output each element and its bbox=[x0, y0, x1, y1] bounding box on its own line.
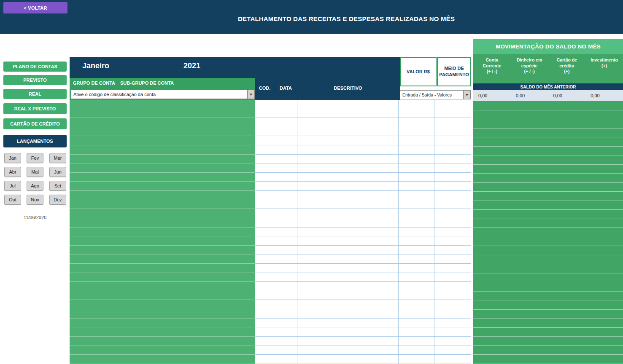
entry-cell[interactable] bbox=[274, 127, 297, 136]
entry-cell[interactable] bbox=[399, 200, 434, 209]
entry-cell[interactable] bbox=[434, 163, 470, 172]
entry-cell[interactable] bbox=[274, 264, 297, 273]
entry-cell[interactable] bbox=[297, 163, 399, 172]
entry-cell[interactable] bbox=[297, 318, 399, 327]
group-row[interactable] bbox=[70, 273, 255, 282]
entry-cell[interactable] bbox=[399, 163, 434, 172]
entry-cell[interactable] bbox=[274, 182, 297, 190]
month-button-fev[interactable]: Fev bbox=[27, 153, 43, 163]
entry-cell[interactable] bbox=[434, 218, 470, 227]
entry-cell[interactable] bbox=[434, 355, 470, 364]
entry-cell[interactable] bbox=[255, 337, 274, 345]
group-row[interactable] bbox=[70, 282, 255, 291]
entry-cell[interactable] bbox=[274, 118, 297, 127]
entry-cell[interactable] bbox=[274, 209, 297, 218]
entry-cell[interactable] bbox=[434, 337, 470, 345]
entry-cell[interactable] bbox=[255, 309, 274, 318]
group-row[interactable] bbox=[70, 318, 255, 328]
entry-cell[interactable] bbox=[399, 236, 434, 245]
entry-cell[interactable] bbox=[399, 273, 434, 282]
group-row[interactable] bbox=[70, 191, 255, 200]
entry-cell[interactable] bbox=[434, 228, 470, 236]
entry-cell[interactable] bbox=[399, 264, 434, 273]
entry-cell[interactable] bbox=[274, 327, 297, 336]
entry-cell[interactable] bbox=[434, 118, 470, 127]
group-row[interactable] bbox=[70, 109, 255, 118]
entry-cell[interactable] bbox=[274, 282, 297, 291]
entry-cell[interactable] bbox=[274, 309, 297, 318]
entry-cell[interactable] bbox=[274, 136, 297, 145]
entry-cell[interactable] bbox=[297, 136, 399, 145]
entry-cell[interactable] bbox=[274, 318, 297, 327]
entry-cell[interactable] bbox=[297, 337, 399, 345]
group-row[interactable] bbox=[70, 300, 255, 309]
entry-cell[interactable] bbox=[399, 291, 434, 300]
group-row[interactable] bbox=[70, 100, 255, 109]
entry-cell[interactable] bbox=[274, 200, 297, 209]
entry-cell[interactable] bbox=[434, 254, 470, 263]
entry-cell[interactable] bbox=[255, 182, 274, 190]
entry-cell[interactable] bbox=[434, 300, 470, 309]
entry-cell[interactable] bbox=[255, 318, 274, 327]
month-button-jan[interactable]: Jan bbox=[4, 153, 21, 163]
entry-cell[interactable] bbox=[297, 182, 399, 190]
entry-cell[interactable] bbox=[434, 246, 470, 254]
entry-cell[interactable] bbox=[255, 282, 274, 291]
entry-cell[interactable] bbox=[399, 309, 434, 318]
sidebar-button-lancamentos[interactable]: LANÇAMENTOS bbox=[3, 135, 67, 147]
entry-cell[interactable] bbox=[255, 236, 274, 245]
entry-cell[interactable] bbox=[255, 173, 274, 182]
group-row[interactable] bbox=[70, 136, 255, 145]
entry-cell[interactable] bbox=[255, 209, 274, 218]
entry-cell[interactable] bbox=[434, 191, 470, 200]
entry-cell[interactable] bbox=[297, 355, 399, 364]
entry-cell[interactable] bbox=[255, 254, 274, 263]
month-button-mai[interactable]: Mai bbox=[27, 167, 43, 177]
entry-cell[interactable] bbox=[255, 264, 274, 273]
sidebar-button-real[interactable]: REAL bbox=[3, 89, 67, 99]
group-row[interactable] bbox=[70, 309, 255, 318]
entry-cell[interactable] bbox=[434, 309, 470, 318]
group-row[interactable] bbox=[70, 182, 255, 191]
entry-cell[interactable] bbox=[255, 291, 274, 300]
entry-cell[interactable] bbox=[434, 127, 470, 136]
entry-cell[interactable] bbox=[274, 155, 297, 163]
group-row[interactable] bbox=[70, 291, 255, 300]
group-row[interactable] bbox=[70, 345, 255, 355]
group-row[interactable] bbox=[70, 254, 255, 264]
entry-cell[interactable] bbox=[274, 291, 297, 300]
entry-cell[interactable] bbox=[399, 145, 434, 154]
entry-cell[interactable] bbox=[274, 100, 297, 109]
entry-cell[interactable] bbox=[274, 109, 297, 118]
sidebar-button-cartao-de-credito[interactable]: CARTÃO DE CRÉDITO bbox=[3, 118, 67, 129]
entry-cell[interactable] bbox=[255, 200, 274, 209]
entry-cell[interactable] bbox=[255, 136, 274, 145]
entry-cell[interactable] bbox=[255, 345, 274, 354]
entry-cell[interactable] bbox=[297, 100, 399, 109]
entry-cell[interactable] bbox=[297, 109, 399, 118]
entry-cell[interactable] bbox=[434, 209, 470, 218]
entry-cell[interactable] bbox=[399, 254, 434, 263]
entry-cell[interactable] bbox=[255, 218, 274, 227]
entry-cell[interactable] bbox=[255, 118, 274, 127]
sidebar-button-previsto[interactable]: PREVISTO bbox=[3, 75, 67, 85]
entry-cell[interactable] bbox=[399, 191, 434, 200]
entry-cell[interactable] bbox=[274, 228, 297, 236]
entry-cell[interactable] bbox=[297, 291, 399, 300]
group-row[interactable] bbox=[70, 209, 255, 218]
sidebar-button-real-x-previsto[interactable]: REAL X PREVISTO bbox=[3, 103, 67, 114]
entry-cell[interactable] bbox=[297, 209, 399, 218]
entry-cell[interactable] bbox=[399, 345, 434, 354]
sidebar-button-plano-de-contas[interactable]: PLANO DE CONTAS bbox=[3, 62, 67, 72]
entry-cell[interactable] bbox=[274, 145, 297, 154]
entry-cell[interactable] bbox=[434, 327, 470, 336]
entry-cell[interactable] bbox=[297, 254, 399, 263]
entry-cell[interactable] bbox=[399, 228, 434, 236]
entry-cell[interactable] bbox=[297, 327, 399, 336]
entry-cell[interactable] bbox=[255, 109, 274, 118]
entry-cell[interactable] bbox=[255, 246, 274, 254]
group-row[interactable] bbox=[70, 155, 255, 164]
entry-cell[interactable] bbox=[274, 163, 297, 172]
month-button-ago[interactable]: Ago bbox=[27, 181, 43, 191]
entry-cell[interactable] bbox=[399, 318, 434, 327]
